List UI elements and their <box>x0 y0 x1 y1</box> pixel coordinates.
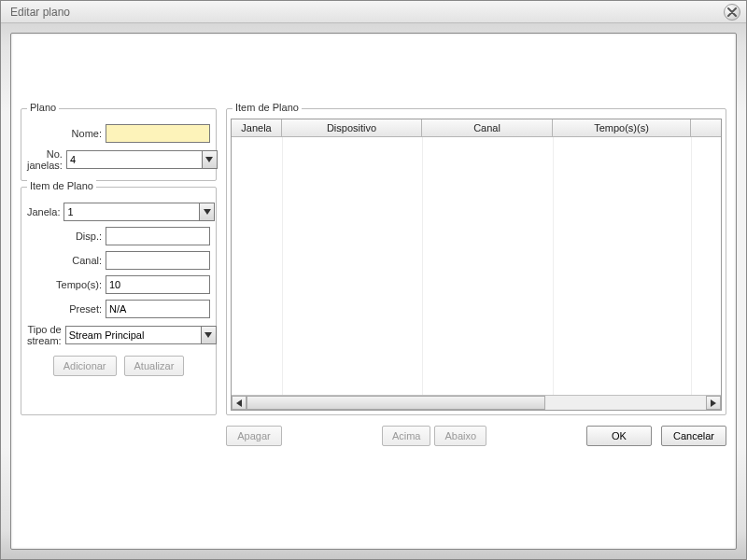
chevron-down-icon[interactable] <box>199 203 214 220</box>
janela-value[interactable] <box>64 203 199 220</box>
horizontal-scrollbar[interactable] <box>232 395 721 410</box>
label-tempo: Tempo(s): <box>27 279 106 290</box>
label-no-janelas: No. janelas: <box>27 148 66 171</box>
th-janela[interactable]: Janela <box>232 119 282 136</box>
canal-input[interactable] <box>106 251 210 270</box>
th-tempo[interactable]: Tempo(s)(s) <box>553 119 691 136</box>
group-item: Item de Plano Janela: Disp.: Canal: <box>21 187 217 415</box>
th-dispositivo[interactable]: Dispositivo <box>282 119 422 136</box>
scroll-right-button[interactable] <box>706 396 721 410</box>
tipo-stream-value[interactable] <box>66 327 201 343</box>
bottom-button-bar: Apagar Acima Abaixo OK Cancelar <box>226 426 726 446</box>
scroll-left-button[interactable] <box>232 396 247 410</box>
titlebar: Editar plano <box>1 1 746 23</box>
nome-input[interactable] <box>106 124 210 143</box>
group-plano-legend: Plano <box>27 102 59 113</box>
label-canal: Canal: <box>27 255 106 266</box>
ok-button[interactable]: OK <box>586 426 652 446</box>
preset-input[interactable] <box>106 300 210 318</box>
dialog-window: Editar plano Plano Nome: No. janelas: <box>0 0 747 560</box>
abaixo-button[interactable]: Abaixo <box>434 426 486 446</box>
label-disp: Disp.: <box>27 231 106 242</box>
scroll-track[interactable] <box>247 396 706 410</box>
label-janela: Janela: <box>27 206 63 217</box>
group-plano: Plano Nome: No. janelas: <box>21 108 217 181</box>
apagar-button[interactable]: Apagar <box>226 426 282 446</box>
adicionar-button[interactable]: Adicionar <box>53 356 117 376</box>
group-item-legend: Item de Plano <box>27 180 96 191</box>
janela-select[interactable] <box>63 203 215 221</box>
inner-frame: Plano Nome: No. janelas: <box>10 33 737 550</box>
close-button[interactable] <box>724 4 740 21</box>
chevron-down-icon[interactable] <box>202 151 217 168</box>
label-preset: Preset: <box>27 303 106 315</box>
label-nome: Nome: <box>27 128 106 139</box>
table-body <box>232 137 721 395</box>
no-janelas-select[interactable] <box>66 150 218 169</box>
chevron-down-icon[interactable] <box>201 327 216 343</box>
disp-input[interactable] <box>106 227 210 245</box>
group-table: Item de Plano Janela Dispositivo Canal T… <box>226 108 726 415</box>
scroll-thumb[interactable] <box>247 396 545 410</box>
content-area: Plano Nome: No. janelas: <box>21 108 726 455</box>
no-janelas-value[interactable] <box>67 151 202 168</box>
items-table: Janela Dispositivo Canal Tempo(s)(s) <box>231 119 722 411</box>
th-extra[interactable] <box>691 119 721 136</box>
tempo-input[interactable] <box>106 275 210 294</box>
label-tipo-stream: Tipo de stream: <box>27 324 65 346</box>
group-table-legend: Item de Plano <box>233 102 302 113</box>
atualizar-button[interactable]: Atualizar <box>124 356 185 376</box>
tipo-stream-select[interactable] <box>65 326 217 344</box>
window-title: Editar plano <box>10 6 70 19</box>
th-canal[interactable]: Canal <box>422 119 553 136</box>
close-icon <box>727 7 737 17</box>
acima-button[interactable]: Acima <box>382 426 431 446</box>
cancelar-button[interactable]: Cancelar <box>661 426 726 446</box>
table-header: Janela Dispositivo Canal Tempo(s)(s) <box>232 119 721 137</box>
